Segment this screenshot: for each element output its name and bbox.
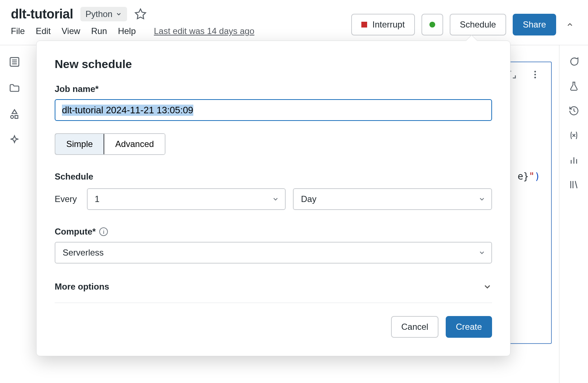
variables-icon[interactable] xyxy=(568,130,579,141)
compute-label-text: Compute* xyxy=(55,227,96,237)
more-options-label: More options xyxy=(55,282,109,292)
job-name-input[interactable] xyxy=(55,99,492,121)
unit-value: Day xyxy=(301,194,316,204)
svg-point-8 xyxy=(534,71,536,73)
popover-title: New schedule xyxy=(55,58,492,71)
schedule-label: Schedule xyxy=(55,172,492,182)
svg-marker-0 xyxy=(135,9,146,19)
compute-value: Serverless xyxy=(63,248,104,258)
notebook-header: dlt-tutorial Python File Edit View Run H… xyxy=(0,0,588,45)
svg-line-16 xyxy=(575,181,577,188)
unit-select[interactable]: Day xyxy=(293,188,492,210)
header-caret-button[interactable] xyxy=(563,14,577,35)
mode-tabs: Simple Advanced xyxy=(55,133,165,155)
code-quote: " xyxy=(529,171,535,182)
more-options-toggle[interactable]: More options xyxy=(55,282,492,303)
create-button[interactable]: Create xyxy=(446,316,492,338)
title-row: dlt-tutorial Python xyxy=(11,7,255,22)
header-left: dlt-tutorial Python File Edit View Run H… xyxy=(11,7,255,36)
folder-icon[interactable] xyxy=(9,82,20,94)
share-label: Share xyxy=(523,20,546,30)
tab-simple[interactable]: Simple xyxy=(55,133,104,155)
schedule-button[interactable]: Schedule xyxy=(450,14,506,35)
chevron-down-icon xyxy=(478,249,486,256)
chart-icon[interactable] xyxy=(568,155,579,165)
sparkle-icon[interactable] xyxy=(9,134,20,146)
chevron-up-icon xyxy=(566,21,574,29)
language-label: Python xyxy=(85,9,113,19)
star-icon[interactable] xyxy=(134,8,147,20)
compute-section: Compute* i Serverless xyxy=(55,227,492,264)
menu-edit[interactable]: Edit xyxy=(36,26,51,36)
stop-icon xyxy=(361,22,367,28)
shapes-icon[interactable] xyxy=(9,108,20,120)
interval-value: 1 xyxy=(95,194,100,204)
cell-toolbar xyxy=(507,70,540,80)
code-brace: e} xyxy=(517,171,529,182)
chevron-down-icon xyxy=(483,282,492,291)
menu-help[interactable]: Help xyxy=(118,26,136,36)
history-icon[interactable] xyxy=(568,105,579,116)
info-icon[interactable]: i xyxy=(99,227,108,236)
menu-bar: File Edit View Run Help Last edit was 14… xyxy=(11,26,255,36)
library-icon[interactable] xyxy=(568,179,579,190)
status-dot-icon xyxy=(429,22,435,28)
popover-footer: Cancel Create xyxy=(55,316,492,338)
code-fragment: e}") xyxy=(517,171,540,182)
schedule-popover: New schedule Job name* Simple Advanced S… xyxy=(36,41,511,356)
comment-icon[interactable] xyxy=(568,56,579,67)
right-rail xyxy=(559,45,588,383)
interval-select[interactable]: 1 xyxy=(87,188,286,210)
last-edit-link[interactable]: Last edit was 14 days ago xyxy=(154,26,255,36)
schedule-label: Schedule xyxy=(460,20,496,30)
kebab-icon[interactable] xyxy=(530,70,540,80)
chevron-down-icon xyxy=(272,195,279,203)
code-paren: ) xyxy=(534,171,540,182)
tab-advanced[interactable]: Advanced xyxy=(104,134,165,154)
every-label: Every xyxy=(55,194,80,204)
beaker-icon[interactable] xyxy=(568,81,579,92)
left-rail xyxy=(0,45,29,383)
share-button[interactable]: Share xyxy=(513,14,556,35)
notebook-title[interactable]: dlt-tutorial xyxy=(11,7,73,22)
svg-point-10 xyxy=(534,77,536,79)
compute-select[interactable]: Serverless xyxy=(55,242,492,264)
chevron-down-icon xyxy=(116,11,122,17)
menu-file[interactable]: File xyxy=(11,26,25,36)
svg-rect-7 xyxy=(15,115,18,118)
interrupt-button[interactable]: Interrupt xyxy=(351,14,415,35)
menu-run[interactable]: Run xyxy=(91,26,107,36)
cancel-button[interactable]: Cancel xyxy=(391,316,438,338)
kernel-status-button[interactable] xyxy=(421,14,443,35)
chevron-down-icon xyxy=(478,195,486,203)
schedule-section: Schedule Every 1 Day xyxy=(55,172,492,210)
outline-icon[interactable] xyxy=(9,56,20,68)
job-name-label: Job name* xyxy=(55,84,492,94)
menu-view[interactable]: View xyxy=(62,26,80,36)
compute-label: Compute* i xyxy=(55,227,492,237)
svg-point-6 xyxy=(10,115,13,118)
header-right: Interrupt Schedule Share xyxy=(351,7,577,35)
svg-marker-5 xyxy=(12,110,17,114)
interrupt-label: Interrupt xyxy=(372,20,404,30)
schedule-row: Every 1 Day xyxy=(55,188,492,210)
svg-point-9 xyxy=(534,74,536,76)
language-selector[interactable]: Python xyxy=(80,7,127,21)
